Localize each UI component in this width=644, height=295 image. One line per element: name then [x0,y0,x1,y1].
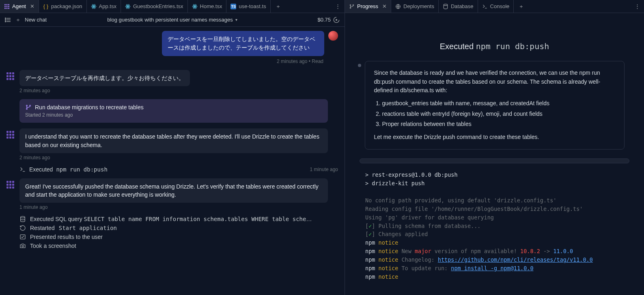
tab-label: use-toast.ts [239,3,266,9]
chat-title[interactable]: blog guestbook with persistent user name… [107,17,237,23]
tab-label: Database [451,3,474,9]
tab-label: App.tsx [99,3,116,9]
tab-console[interactable]: Console [478,0,514,13]
left-tab-bar: Agent ✕ { } package.json App.tsx Guestbo… [0,0,345,13]
svg-rect-4 [6,6,8,7]
cost-value: $0.75 [317,17,331,23]
svg-point-39 [444,4,447,5]
info-list-item: guestbook_entries table with name, messa… [382,99,615,108]
camera-icon [19,243,26,249]
term-seg: ] Changes applied [372,231,428,237]
right-pane: Progress ✕ Deployments Database Console … [345,0,644,295]
agent-avatar-icon [6,72,15,81]
restart-icon [19,225,26,231]
command-header[interactable]: $ npm run db:push ✓ [360,159,629,163]
executed-prefix: Executed [29,166,53,173]
tab-home-tsx[interactable]: Home.tsx [188,0,227,13]
step-restart[interactable]: Restarted Start application [19,225,338,231]
tab-use-toast[interactable]: TS use-toast.ts [226,0,270,13]
term-seg: npm [365,265,375,271]
chat-scroll[interactable]: データベースを一旦削除してしまいました。空のデータベースは作成しましたので、テー… [0,27,345,295]
tab-menu-button[interactable]: ⋮ [331,3,345,9]
new-chat-button[interactable]: New chat [25,17,47,23]
tab-database[interactable]: Database [439,0,478,13]
term-seg: npm [365,256,375,263]
checklist-icon [19,234,26,240]
executed-command: npm run db:push [56,166,107,173]
tab-deployments[interactable]: Deployments [391,0,439,13]
step-sql[interactable]: Executed SQL query SELECT table_name FRO… [19,216,338,222]
agent-message-meta: 2 minutes ago [19,155,338,161]
user-message-row: データベースを一旦削除してしまいました。空のデータベースは作成しましたので、テー… [6,31,338,56]
check-icon: ✓ [618,163,623,163]
task-title: Run database migrations to recreate tabl… [35,104,144,111]
tab-package-json[interactable]: { } package.json [39,0,87,13]
command-box: $ npm run db:push ✓ [360,158,629,163]
svg-point-25 [5,20,6,20]
globe-icon [395,4,401,9]
tab-label: Console [490,3,510,9]
progress-content[interactable]: Executed npm run db:push Since the datab… [345,13,644,295]
task-status-time: 2 minutes ago [42,112,73,118]
term-link[interactable]: https://github.com/npm/cli/releases/tag/… [438,256,593,263]
agent-avatar-icon [6,181,15,190]
svg-rect-1 [6,4,8,5]
chevron-down-icon: ▾ [235,17,237,22]
term-line: No config path provided, using default '… [365,197,556,204]
term-seg: notice [379,256,398,263]
info-intro: Since the database is ready and we have … [374,69,615,95]
step-screenshot[interactable]: Took a screenshot [19,243,338,249]
tab-label: package.json [51,3,82,9]
svg-point-28 [26,105,28,106]
term-seg: 10.8.2 [520,248,540,254]
left-pane: Agent ✕ { } package.json App.tsx Guestbo… [0,0,345,295]
step-sql-prefix: Executed SQL query [30,216,84,222]
tab-menu-button[interactable]: ⋮ [631,3,644,9]
branch-icon [25,104,32,111]
svg-point-34 [22,245,24,247]
svg-rect-0 [4,4,6,5]
step-present-text: Presented results to the user [30,234,103,240]
terminal-icon [482,4,488,9]
ts-icon: TS [230,4,236,9]
executed-command-row[interactable]: Executed npm run db:push 1 minute ago [19,166,338,173]
agent-message-meta: 1 minute ago [19,204,338,210]
tab-app-tsx[interactable]: App.tsx [87,0,121,13]
svg-point-13 [127,6,128,7]
user-message: データベースを一旦削除してしまいました。空のデータベースは作成しましたので、テー… [162,31,324,56]
close-icon[interactable]: ✕ [30,3,34,9]
term-line: Reading config file '/home/runner/BlogGu… [365,206,583,212]
term-link[interactable]: npm install -g npm@11.0.0 [451,265,533,271]
term-line: Using 'pg' driver for database querying [365,214,494,221]
svg-point-27 [336,19,337,20]
task-card[interactable]: Run database migrations to recreate tabl… [19,99,328,123]
cost-display[interactable]: $0.75 [317,17,340,23]
tab-label: Agent [12,3,26,9]
tab-agent[interactable]: Agent ✕ [0,0,39,13]
react-icon [91,4,97,9]
react-icon [125,4,131,9]
term-line: > drizzle-kit push [365,180,424,187]
plus-icon[interactable]: ＋ [15,16,21,24]
step-present[interactable]: Presented results to the user [19,234,338,240]
executed-time: 1 minute ago [310,167,338,172]
svg-rect-2 [8,4,9,5]
term-seg: notice [379,239,398,246]
add-tab-button[interactable]: ＋ [514,3,529,10]
close-icon[interactable]: ✕ [382,3,387,9]
tab-guestbook-entries[interactable]: GuestbookEntries.tsx [121,0,188,13]
tab-label: Progress [357,3,378,9]
svg-rect-5 [8,6,9,7]
step-restart-code: Start application [59,225,117,231]
list-icon[interactable] [5,17,11,23]
agent-message: I understand that you want to recreate t… [19,128,328,153]
tab-progress[interactable]: Progress ✕ [345,0,391,13]
json-icon: { } [43,4,49,9]
agent-message-row: Great! I've successfully pushed the data… [6,178,338,203]
add-tab-button[interactable]: ＋ [271,3,286,10]
term-seg: To update run: [398,265,451,271]
term-seg: major [415,248,431,254]
svg-rect-6 [4,8,6,9]
gauge-icon [333,17,340,23]
tab-label: Home.tsx [200,3,222,9]
